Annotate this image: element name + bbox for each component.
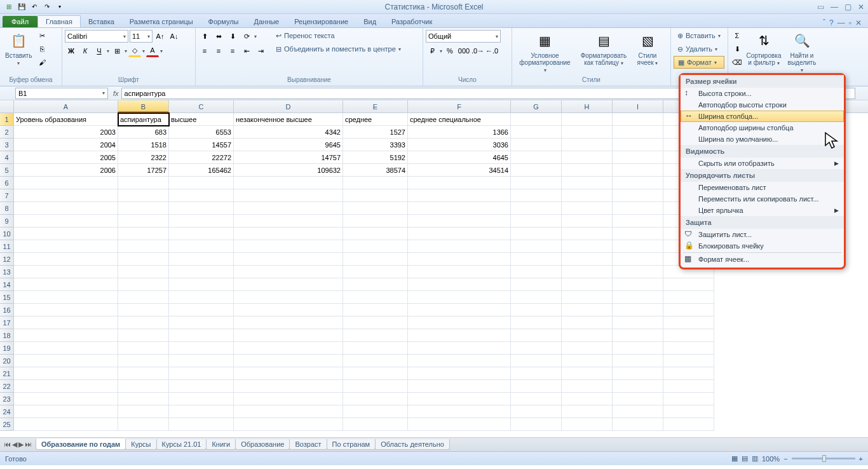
cell[interactable] <box>408 316 511 329</box>
insert-cells-button[interactable]: ⊕Вставить▾ <box>674 29 724 42</box>
cell[interactable]: 17257 <box>118 164 169 177</box>
col-header-E[interactable]: E <box>343 100 408 112</box>
cell[interactable]: 1518 <box>118 139 169 151</box>
cell[interactable] <box>234 380 343 393</box>
cell[interactable] <box>562 139 613 151</box>
cell[interactable] <box>613 266 663 278</box>
cell[interactable] <box>663 278 714 291</box>
tab-data[interactable]: Данные <box>246 16 287 27</box>
sheet-tab[interactable]: Область деятельно <box>375 439 450 450</box>
cell[interactable]: среднее специальное <box>408 113 511 126</box>
cell[interactable] <box>169 405 234 418</box>
minimize-ribbon-icon[interactable]: ▭ <box>817 3 824 11</box>
cell[interactable] <box>118 253 169 266</box>
sort-filter-button[interactable]: ⇅ Сортировка и фильтр ▾ <box>745 29 783 68</box>
wrap-text-button[interactable]: ↩Перенос текста <box>272 29 405 42</box>
format-as-table-button[interactable]: ▤ Форматировать как таблицу ▾ <box>576 29 631 68</box>
cell[interactable]: 1527 <box>343 126 408 139</box>
cell[interactable]: 22272 <box>169 151 234 164</box>
cell[interactable] <box>511 418 562 431</box>
cell[interactable] <box>663 291 714 304</box>
fill-color-icon[interactable]: ◇ <box>128 44 141 57</box>
cell[interactable] <box>343 393 408 405</box>
cell[interactable] <box>118 329 169 342</box>
align-left-icon[interactable]: ≡ <box>198 44 211 57</box>
cell[interactable]: 14557 <box>169 139 234 151</box>
cell[interactable] <box>613 316 663 329</box>
menu-row-height[interactable]: ↕Высота строки... <box>681 88 844 99</box>
menu-default-width[interactable]: Ширина по умолчанию... <box>681 133 844 145</box>
cell[interactable] <box>169 367 234 380</box>
cell[interactable] <box>14 215 118 228</box>
row-header[interactable]: 18 <box>0 329 14 342</box>
col-header-F[interactable]: F <box>408 100 511 112</box>
minimize-icon[interactable]: — <box>831 3 838 11</box>
cell[interactable] <box>169 316 234 329</box>
currency-icon[interactable]: ₽ <box>426 44 438 57</box>
maximize-icon[interactable]: ▢ <box>844 3 851 11</box>
orientation-icon[interactable]: ⟳ <box>240 30 253 43</box>
sheet-last-icon[interactable]: ⏭ <box>25 440 32 449</box>
tab-formulas[interactable]: Формулы <box>201 16 247 27</box>
cell[interactable] <box>118 316 169 329</box>
cell[interactable] <box>663 329 714 342</box>
grow-font-icon[interactable]: A↑ <box>154 30 166 43</box>
cell[interactable] <box>14 355 118 367</box>
cell[interactable] <box>234 355 343 367</box>
cell[interactable] <box>14 202 118 215</box>
col-header-H[interactable]: H <box>562 100 613 112</box>
cell[interactable] <box>343 189 408 202</box>
cell[interactable] <box>511 151 562 164</box>
sheet-tab[interactable]: Образование <box>235 439 290 450</box>
cell[interactable] <box>613 253 663 266</box>
undo-icon[interactable]: ↶ <box>29 2 39 12</box>
sheet-next-icon[interactable]: ▶ <box>18 440 24 449</box>
cell[interactable] <box>511 189 562 202</box>
cell[interactable] <box>511 316 562 329</box>
cell[interactable]: среднее <box>343 113 408 126</box>
menu-lock-cell[interactable]: 🔒Блокировать ячейку <box>681 240 844 252</box>
cell[interactable] <box>343 304 408 316</box>
cell[interactable] <box>118 405 169 418</box>
cell[interactable] <box>408 418 511 431</box>
cell[interactable] <box>613 164 663 177</box>
cell[interactable]: 1366 <box>408 126 511 139</box>
cut-icon[interactable]: ✂ <box>36 29 48 42</box>
sheet-tab[interactable]: Курсы 21.01 <box>156 439 207 450</box>
cell[interactable] <box>613 278 663 291</box>
zoom-level[interactable]: 100% <box>762 455 780 463</box>
cell[interactable] <box>663 316 714 329</box>
sheet-tab[interactable]: Возраст <box>289 439 327 450</box>
cell[interactable] <box>408 380 511 393</box>
col-header-A[interactable]: A <box>14 100 118 112</box>
row-header[interactable]: 19 <box>0 342 14 355</box>
sheet-tab[interactable]: Образование по годам <box>36 438 126 450</box>
cell[interactable] <box>408 202 511 215</box>
cell[interactable] <box>14 380 118 393</box>
cell[interactable] <box>663 355 714 367</box>
tab-page-layout[interactable]: Разметка страницы <box>122 16 201 27</box>
cell[interactable] <box>511 113 562 126</box>
cell[interactable] <box>511 329 562 342</box>
cell[interactable] <box>408 240 511 253</box>
cell[interactable] <box>169 304 234 316</box>
cell[interactable] <box>613 393 663 405</box>
thousands-icon[interactable]: 000 <box>458 44 470 57</box>
col-header-G[interactable]: G <box>511 100 562 112</box>
cell[interactable] <box>14 367 118 380</box>
cell[interactable] <box>343 202 408 215</box>
cell[interactable]: 38574 <box>343 164 408 177</box>
cell[interactable] <box>562 367 613 380</box>
cell[interactable] <box>613 304 663 316</box>
cell[interactable] <box>343 380 408 393</box>
cell[interactable] <box>14 291 118 304</box>
cell[interactable] <box>234 228 343 240</box>
row-header[interactable]: 14 <box>0 278 14 291</box>
cell[interactable] <box>14 393 118 405</box>
cell[interactable] <box>562 240 613 253</box>
cell[interactable] <box>613 291 663 304</box>
col-header-B[interactable]: B <box>118 100 169 112</box>
cell[interactable] <box>663 393 714 405</box>
sheet-prev-icon[interactable]: ◀ <box>12 440 17 449</box>
cell[interactable] <box>343 329 408 342</box>
